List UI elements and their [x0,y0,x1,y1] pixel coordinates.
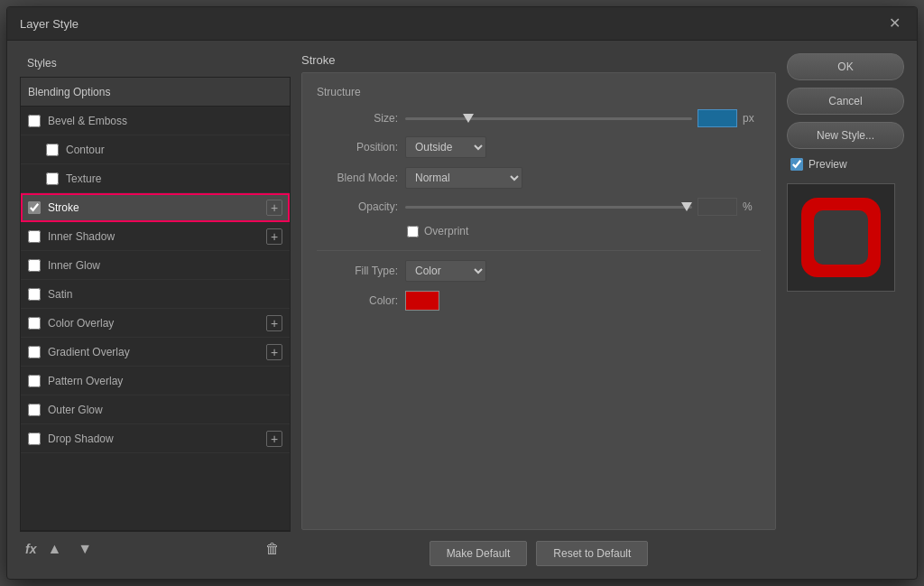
layer-style-dialog: Layer Style ✕ Styles Blending Options Be… [6,6,918,580]
drop-shadow-checkbox[interactable] [28,433,41,445]
fill-type-label: Fill Type: [317,265,398,277]
pattern-overlay-label: Pattern Overlay [48,375,123,387]
outer-glow-label: Outer Glow [48,404,103,416]
inner-shadow-label: Inner Shadow [48,230,115,243]
bevel-emboss-label: Bevel & Emboss [48,115,127,127]
color-row: Color: [317,291,761,311]
delete-button[interactable]: 🗑 [260,539,285,559]
bevel-emboss-checkbox[interactable] [28,115,41,127]
outer-glow-checkbox[interactable] [28,404,41,416]
stroke-plus-button[interactable]: + [266,200,282,216]
opacity-slider[interactable] [405,206,692,209]
texture-label: Texture [66,172,101,185]
right-panel: OK Cancel New Style... Preview [787,53,904,566]
size-slider[interactable] [405,117,692,120]
inner-shadow-plus-button[interactable]: + [266,228,282,245]
position-label: Position: [317,141,398,153]
panel-title: Stroke [301,53,776,72]
overprint-row: Overprint [317,225,761,237]
sidebar-item-drop-shadow[interactable]: Drop Shadow + [21,424,290,453]
fill-type-select[interactable]: Color Gradient Pattern [405,260,486,282]
satin-checkbox[interactable] [28,288,41,301]
overprint-label: Overprint [424,225,468,237]
sidebar-item-gradient-overlay[interactable]: Gradient Overlay + [21,338,290,367]
gradient-overlay-label: Gradient Overlay [48,346,130,358]
drop-shadow-label: Drop Shadow [48,433,114,445]
position-row: Position: Outside Inside Center [317,136,761,158]
inner-glow-checkbox[interactable] [28,259,41,272]
panel-content: Structure Size: 21 px Position: Outside [301,72,776,530]
contour-checkbox[interactable] [46,144,59,156]
cancel-button[interactable]: Cancel [787,88,904,115]
ok-button[interactable]: OK [787,53,904,80]
center-panel: Stroke Structure Size: 21 px Position: [301,53,776,566]
divider [317,250,761,251]
dialog-titlebar: Layer Style ✕ [7,7,917,41]
new-style-button[interactable]: New Style... [787,122,904,149]
opacity-slider-container: 100 % [405,198,761,216]
opacity-unit: % [743,200,761,213]
size-input[interactable]: 21 [698,109,737,127]
sidebar-item-color-overlay[interactable]: Color Overlay + [21,309,290,338]
move-down-button[interactable]: ▼ [72,539,97,559]
sidebar-item-inner-shadow[interactable]: Inner Shadow + [21,222,290,251]
size-row: Size: 21 px [317,109,761,127]
drop-shadow-plus-button[interactable]: + [266,431,282,447]
sidebar-item-satin[interactable]: Satin [21,280,290,309]
color-swatch[interactable] [405,291,439,311]
preview-checkbox[interactable] [790,158,803,171]
inner-glow-label: Inner Glow [48,259,100,272]
blend-mode-row: Blend Mode: Normal Multiply Screen Overl… [317,167,761,189]
center-bottom-buttons: Make Default Reset to Default [301,530,776,566]
bottom-toolbar: fx ▲ ▼ 🗑 [20,531,291,566]
blend-mode-select[interactable]: Normal Multiply Screen Overlay [405,167,522,189]
color-overlay-label: Color Overlay [48,317,114,330]
inner-shadow-checkbox[interactable] [28,230,41,243]
fill-type-row: Fill Type: Color Gradient Pattern [317,260,761,282]
stroke-checkbox[interactable] [28,201,41,214]
make-default-button[interactable]: Make Default [430,541,528,566]
size-slider-container: 21 px [405,109,761,127]
dialog-title: Layer Style [20,17,79,31]
color-label: Color: [317,294,398,307]
gradient-overlay-plus-button[interactable]: + [266,344,282,360]
move-up-button[interactable]: ▲ [42,539,67,559]
position-select[interactable]: Outside Inside Center [405,136,486,158]
size-label: Size: [317,112,398,125]
styles-header: Styles [20,53,291,77]
opacity-input[interactable]: 100 [698,198,737,216]
sidebar-item-pattern-overlay[interactable]: Pattern Overlay [21,367,290,395]
left-panel: Styles Blending Options Bevel & Emboss C… [20,53,291,566]
layer-list: Blending Options Bevel & Emboss Contour … [20,77,291,531]
texture-checkbox[interactable] [46,172,59,185]
stroke-label: Stroke [48,201,79,214]
dialog-body: Styles Blending Options Bevel & Emboss C… [7,41,917,579]
blending-options-label: Blending Options [28,86,110,98]
structure-label: Structure [317,86,761,98]
pattern-overlay-checkbox[interactable] [28,375,41,387]
sidebar-item-inner-glow[interactable]: Inner Glow [21,251,290,280]
sidebar-item-contour[interactable]: Contour [21,135,290,164]
contour-label: Contour [66,144,105,156]
size-unit: px [743,112,761,125]
preview-row: Preview [787,156,904,172]
preview-shape-outer [801,198,881,277]
opacity-label: Opacity: [317,200,398,213]
close-button[interactable]: ✕ [885,16,904,31]
preview-label: Preview [808,158,847,171]
color-overlay-plus-button[interactable]: + [266,315,282,331]
sidebar-item-outer-glow[interactable]: Outer Glow [21,395,290,424]
preview-shape-inner [814,210,868,265]
overprint-checkbox[interactable] [407,226,419,237]
sidebar-item-stroke[interactable]: Stroke + [21,193,290,222]
opacity-row: Opacity: 100 % [317,198,761,216]
reset-to-default-button[interactable]: Reset to Default [536,541,648,566]
satin-label: Satin [48,288,72,301]
sidebar-item-blending-options[interactable]: Blending Options [21,78,290,107]
color-overlay-checkbox[interactable] [28,317,41,330]
sidebar-item-texture[interactable]: Texture [21,164,290,193]
gradient-overlay-checkbox[interactable] [28,346,41,358]
sidebar-item-bevel-emboss[interactable]: Bevel & Emboss [21,107,290,135]
blend-mode-label: Blend Mode: [317,172,398,184]
fx-label: fx [25,542,36,556]
